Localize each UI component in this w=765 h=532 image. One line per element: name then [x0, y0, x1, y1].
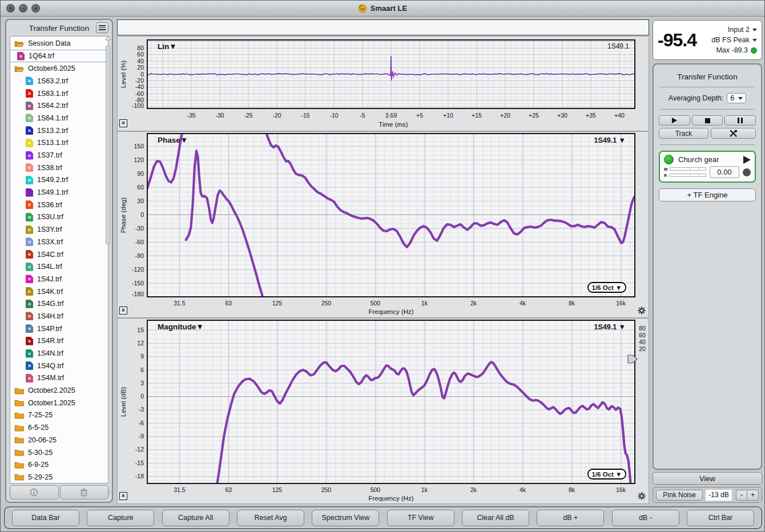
trace-selector-dropdown[interactable]: 1S49.1 ▼ — [594, 136, 626, 144]
folder-item[interactable]: October2.2025 — [10, 384, 108, 397]
file-item[interactable]: ×1S37.trf — [10, 149, 108, 162]
file-item[interactable]: ×1S13.1.trf — [10, 137, 108, 150]
level-plus-button[interactable]: + — [747, 490, 759, 501]
record-dot-icon[interactable] — [743, 168, 751, 176]
sidebar-menu-button[interactable] — [96, 22, 108, 33]
sidebar-scrollbar[interactable] — [105, 35, 111, 496]
phase-chart-panel: 1501209060300-30-60-90-120-150-18031.563… — [117, 131, 649, 318]
file-item[interactable]: ×1S3Y.trf — [10, 223, 108, 236]
add-tf-engine-button[interactable]: + TF Engine — [659, 188, 756, 201]
file-item[interactable]: ×1S4H.trf — [10, 310, 108, 323]
file-item[interactable]: ×1S4C.trf — [10, 248, 108, 261]
file-item[interactable]: ×1S36.trf — [10, 199, 108, 211]
averaging-depth-select[interactable]: 6 — [727, 93, 746, 103]
view-button[interactable]: View — [653, 472, 762, 485]
track-button[interactable]: Track — [659, 128, 708, 139]
input-selector[interactable]: Input 2 — [728, 26, 757, 34]
file-item[interactable]: ×1S4Q.trf — [10, 360, 108, 372]
meter-unit-selector[interactable]: dB FS Peak — [711, 36, 757, 44]
session-file-list: Session Data×1Q64.trfOctober6.2025×1S63.… — [10, 36, 108, 483]
smoothing-dropdown[interactable]: 1/6 Oct ▼ — [588, 283, 626, 292]
toolbar-button-tf-view[interactable]: TF View — [387, 510, 454, 526]
folder-item[interactable]: 5-29-25 — [10, 471, 108, 483]
coherence-threshold-marker[interactable] — [628, 355, 637, 363]
info-button[interactable]: i — [10, 485, 59, 499]
signal-present-led — [751, 47, 757, 54]
file-item[interactable]: ×1S63.1.trf — [10, 87, 108, 100]
trf-file-icon: × — [26, 263, 33, 271]
file-item[interactable]: ×1S4P.trf — [10, 323, 108, 335]
folder-item[interactable]: 6-5-25 — [10, 421, 108, 434]
signal-generator-panel: Pink Noise -13 dB - + — [653, 487, 762, 503]
folder-item[interactable]: 5-30-25 — [10, 446, 108, 459]
minimize-window-button[interactable]: − — [19, 4, 27, 13]
level-minus-button[interactable]: - — [736, 490, 747, 501]
file-item[interactable]: ×1S4R.trf — [10, 335, 108, 348]
chart-type-dropdown[interactable]: Lin▼ — [158, 42, 177, 51]
smaart-window: × − + LE Smaart LE Transfer Function Ses… — [0, 0, 765, 532]
phase-settings-gear-icon[interactable] — [637, 306, 646, 315]
folder-item-session-data[interactable]: Session Data — [10, 38, 108, 50]
file-item[interactable]: ×1S3U.trf — [10, 211, 108, 224]
chevron-down-icon — [752, 39, 757, 42]
item-label: 1S4H.trf — [37, 312, 63, 320]
engine-play-icon[interactable] — [743, 156, 751, 164]
item-label: 1S38.trf — [37, 164, 62, 172]
toolbar-button-reset-avg[interactable]: Reset Avg — [237, 510, 304, 526]
close-magnitude-chart-button[interactable]: × — [119, 492, 127, 500]
file-item[interactable]: ×1S4K.trf — [10, 285, 108, 298]
scroll-up-icon[interactable] — [105, 35, 111, 41]
file-item[interactable]: ×1S4L.trf — [10, 260, 108, 273]
chart-type-dropdown[interactable]: Magnitude▼ — [158, 323, 204, 331]
file-item[interactable]: ×1S49.2.trf — [10, 174, 108, 187]
magnitude-settings-gear-icon[interactable] — [637, 491, 646, 501]
tf-engine-church-gear[interactable]: Church gear M R 0.00 — [659, 151, 756, 183]
file-item[interactable]: ×1S64.2.trf — [10, 99, 108, 112]
file-item[interactable]: ×1S4N.trf — [10, 347, 108, 360]
toolbar-button-spectrum-view[interactable]: Spectrum View — [312, 510, 379, 526]
item-label: October6.2025 — [28, 65, 75, 72]
svg-text:0: 0 — [140, 393, 144, 400]
folder-item-october6[interactable]: October6.2025 — [10, 62, 108, 75]
close-window-button[interactable]: × — [6, 4, 15, 13]
file-item[interactable]: ×1S4G.trf — [10, 297, 108, 310]
tools-button[interactable] — [711, 128, 756, 139]
file-item[interactable]: ×1S13.2.trf — [10, 124, 108, 137]
smoothing-dropdown[interactable]: 1/6 Oct ▼ — [588, 469, 626, 479]
close-phase-chart-button[interactable]: × — [119, 307, 127, 315]
trace-selector-dropdown[interactable]: 1S49.1 ▼ — [594, 323, 626, 331]
play-button[interactable] — [659, 115, 690, 126]
pink-noise-button[interactable]: Pink Noise — [656, 490, 703, 501]
delay-time-field[interactable]: 0.00 — [710, 166, 739, 178]
toolbar-button-ctrl-bar[interactable]: Ctrl Bar — [687, 510, 754, 526]
stop-button[interactable] — [692, 115, 723, 126]
engine-active-led[interactable] — [664, 155, 674, 164]
pause-button[interactable] — [724, 115, 756, 126]
file-item[interactable]: ×1S3X.trf — [10, 236, 108, 248]
close-impulse-chart-button[interactable]: × — [119, 119, 127, 127]
file-item[interactable]: ×1S63.2.trf — [10, 75, 108, 87]
file-item[interactable]: ×1S4M.trf — [10, 372, 108, 385]
folder-item[interactable]: October1.2025 — [10, 397, 108, 409]
scrollbar-thumb[interactable] — [106, 45, 110, 245]
toolbar-button-db-[interactable]: dB + — [537, 510, 604, 526]
folder-item[interactable]: 6-9-25 — [10, 458, 108, 471]
file-item[interactable]: ×1Q64.trf — [10, 50, 108, 63]
file-item[interactable]: ×1S64.1.trf — [10, 112, 108, 124]
chart-type-dropdown[interactable]: Phase▼ — [158, 136, 188, 144]
zoom-window-button[interactable]: + — [31, 4, 40, 13]
toolbar-button-capture-all[interactable]: Capture All — [162, 510, 230, 526]
toolbar-button-capture[interactable]: Capture — [87, 510, 154, 526]
folder-item[interactable]: 7-25-25 — [10, 409, 108, 422]
file-item[interactable]: ×1S4J.trf — [10, 273, 108, 285]
toolbar-button-clear-all-db[interactable]: Clear All dB — [462, 510, 529, 526]
file-item[interactable]: 1S49.1.trf — [10, 186, 108, 199]
toolbar-button-db-[interactable]: dB - — [612, 510, 679, 526]
pause-icon — [738, 118, 743, 123]
toolbar-button-data-bar[interactable]: Data Bar — [12, 510, 79, 526]
folder-item[interactable]: 20-06-25 — [10, 434, 108, 446]
trf-file-icon: × — [26, 361, 33, 370]
svg-text:16k: 16k — [616, 486, 626, 493]
file-item[interactable]: ×1S38.trf — [10, 162, 108, 174]
delete-button[interactable] — [60, 485, 109, 499]
